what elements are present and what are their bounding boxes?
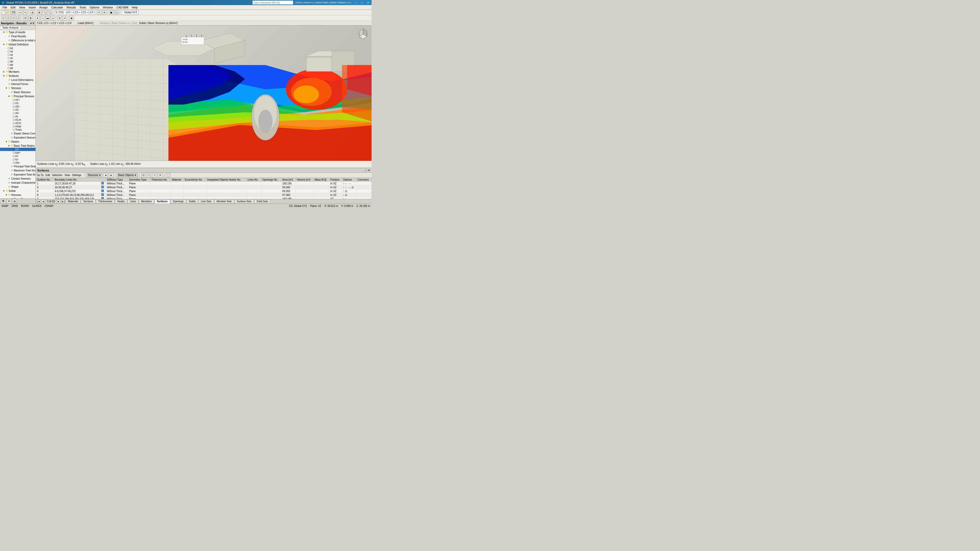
- new-btn[interactable]: 📄: [1, 10, 6, 15]
- last-page-btn[interactable]: ►|: [62, 200, 65, 203]
- menu-window[interactable]: Window: [101, 6, 115, 9]
- results-table[interactable]: Surface No. Boundary Lines No. Stiffness…: [36, 178, 372, 199]
- menu-edit[interactable]: Edit: [9, 6, 17, 9]
- table-row[interactable]: 3 19-26,36-45,27 Without Thick... Plane …: [36, 186, 372, 189]
- opt2[interactable]: ←: [345, 186, 348, 189]
- node-btn[interactable]: ●: [35, 16, 40, 21]
- nav-shape[interactable]: ✔ Shape: [0, 185, 35, 189]
- nav-sigma2m[interactable]: σ2,m: [0, 121, 35, 125]
- save-btn[interactable]: 💾: [11, 10, 16, 15]
- nav-differences[interactable]: ✔ Differences to initial state: [0, 38, 35, 42]
- first-page-btn[interactable]: |◄: [37, 200, 40, 203]
- opt1[interactable]: ↑: [343, 190, 345, 192]
- selection-label[interactable]: Selection: [52, 174, 62, 176]
- menu-cad-bim[interactable]: CAD-BIM: [115, 6, 130, 9]
- nav-equivalent-total-strains[interactable]: ✔ Equivalent Total Strains: [0, 172, 35, 176]
- nav-elastic-stress[interactable]: ✔ Elastic Stress Components: [0, 131, 35, 135]
- table-search-btn[interactable]: 🔍: [147, 173, 151, 178]
- opt1[interactable]: ↑: [343, 194, 345, 197]
- nav-stresses-surface[interactable]: ▼ 📁 Stresses: [0, 86, 35, 90]
- nav-view-btn[interactable]: ▤: [12, 199, 17, 203]
- table-prev-btn[interactable]: ◄: [103, 173, 108, 178]
- nav-global-definitions[interactable]: ▼ 📁 Global Definitions: [0, 42, 35, 46]
- nav-contact-stresses[interactable]: ✔ Contact Stresses: [0, 176, 35, 181]
- panel-minimize-btn[interactable]: _: [363, 169, 365, 171]
- view-label[interactable]: View: [65, 174, 70, 176]
- axis-display[interactable]: ↑ Global XYZ: [121, 10, 138, 15]
- nav-tab-static[interactable]: Static Analysis: [0, 26, 21, 30]
- view-top[interactable]: ⬡: [11, 16, 16, 21]
- member-btn[interactable]: ▬: [45, 16, 50, 21]
- menu-insert[interactable]: Insert: [27, 6, 37, 9]
- grid-indicator[interactable]: GRID: [11, 205, 18, 207]
- structure-dropdown[interactable]: Structure ▼: [87, 173, 103, 177]
- glines-indicator[interactable]: GLINES: [32, 205, 41, 207]
- tab-surfaces[interactable]: Surfaces: [155, 200, 170, 203]
- print-btn[interactable]: 🖨: [30, 10, 35, 15]
- table-row[interactable]: 7 273,274,388,403-397,470-459,275 Withou…: [36, 197, 372, 199]
- nav-epsy-minus[interactable]: εy-: [0, 158, 35, 161]
- nav-internal-forces[interactable]: ✔ Internal Forces: [0, 82, 35, 86]
- table-row[interactable]: 5 1,2,4,270,65-28,13,66,269,262,6,2 With…: [36, 193, 372, 197]
- nav-sigma1-minus[interactable]: σ1-: [0, 102, 35, 105]
- maximize-button[interactable]: □: [360, 1, 364, 4]
- menu-view[interactable]: View: [18, 6, 27, 9]
- nav-sigma2-minus[interactable]: σ2-: [0, 108, 35, 111]
- nav-type-of-results[interactable]: ▼ 📁 Type of results: [0, 30, 35, 34]
- nav-collapse-btn[interactable]: ◄: [30, 22, 32, 24]
- nav-sigma1-plus[interactable]: σ1+: [0, 98, 35, 102]
- snap-btn[interactable]: ⊡: [23, 16, 28, 21]
- panel-maximize-btn[interactable]: □: [366, 169, 367, 171]
- nav-epsyy-plus[interactable]: εyy+: [0, 151, 35, 154]
- table-add-btn[interactable]: +: [152, 173, 157, 178]
- tab-materials[interactable]: Materials: [65, 200, 81, 203]
- result-combo-display[interactable]: S: CO2 · LC1 + LC2 + LC3 + LC4: [54, 10, 95, 15]
- grid-btn[interactable]: ⊞: [28, 16, 33, 21]
- panel-close-btn[interactable]: ✕: [368, 169, 370, 171]
- tab-surface-sets[interactable]: Surface Sets: [234, 200, 254, 203]
- close-button[interactable]: ✕: [366, 1, 370, 4]
- wire-btn[interactable]: ◻: [114, 10, 119, 15]
- menu-help[interactable]: Help: [130, 6, 139, 9]
- basic-objects-dropdown[interactable]: Basic Objects ▼: [117, 173, 138, 177]
- deform-btn[interactable]: ≋: [57, 16, 62, 21]
- osnap-indicator[interactable]: OSNAP: [45, 205, 54, 207]
- nav-basic-total-strains[interactable]: ▼ 📁 Basic Total Strains: [0, 144, 35, 148]
- nav-basic-stresses-surface[interactable]: ✔ Basic Stresses: [0, 90, 35, 94]
- menu-tools[interactable]: Tools: [78, 6, 88, 9]
- settings-label[interactable]: Settings: [72, 174, 81, 176]
- nav-members-group[interactable]: ► 📁 Members: [0, 70, 35, 74]
- nav-surfaces-group[interactable]: ▼ 📁 Surfaces: [0, 74, 35, 78]
- table-row[interactable]: 1 16,17,28,65-47,18 Without Thick... Pla…: [36, 182, 372, 186]
- zoom-in-btn[interactable]: 🔍: [42, 10, 47, 15]
- move-btn[interactable]: ✛: [102, 10, 107, 15]
- view-front[interactable]: ⬡: [1, 16, 6, 21]
- nav-taumax-cap[interactable]: Τmax: [0, 128, 35, 131]
- view-side[interactable]: ⬡: [6, 16, 11, 21]
- nav-sigmat-minus[interactable]: σt-: [0, 115, 35, 118]
- redo-btn[interactable]: ↪: [23, 10, 28, 15]
- nav-sigma2-plus[interactable]: σ2+: [0, 105, 35, 108]
- nav-taumax[interactable]: τmax: [0, 125, 35, 128]
- opt1[interactable]: ↑: [343, 186, 345, 189]
- nav-principal-stresses-surface[interactable]: ▼ 📁 Principal Stresses: [0, 94, 35, 98]
- opt3[interactable]: →: [348, 186, 351, 189]
- menu-options[interactable]: Options: [88, 6, 101, 9]
- nav-close-btn[interactable]: ✕: [32, 22, 35, 24]
- open-btn[interactable]: 📂: [6, 10, 11, 15]
- nav-isotropic[interactable]: ✔ Isotropic Characteristics: [0, 181, 35, 185]
- nav-phiz[interactable]: φz: [0, 66, 35, 70]
- undo-btn[interactable]: ↩: [18, 10, 23, 15]
- prev-page-btn[interactable]: ◄: [41, 200, 45, 203]
- nav-sigmat-plus[interactable]: σt+: [0, 111, 35, 115]
- nav-stresses-solid[interactable]: ▼ 📁 Stresses: [0, 193, 35, 197]
- tab-openings[interactable]: Openings: [170, 200, 186, 203]
- snap-indicator[interactable]: SNAP: [2, 205, 8, 207]
- tab-member-sets[interactable]: Member Sets: [215, 200, 234, 203]
- nav-epsx-plus[interactable]: εx+: [0, 148, 35, 151]
- nav-principal-total-strains[interactable]: ✔ Principal Total Strains: [0, 164, 35, 168]
- nav-phiy[interactable]: φy: [0, 63, 35, 66]
- viewport-3d[interactable]: max 0 min 75.00 60.00 ↑ Global XYZ: [36, 25, 372, 161]
- menu-assign[interactable]: Assign: [38, 6, 49, 9]
- table-export-btn[interactable]: 📋: [166, 173, 170, 178]
